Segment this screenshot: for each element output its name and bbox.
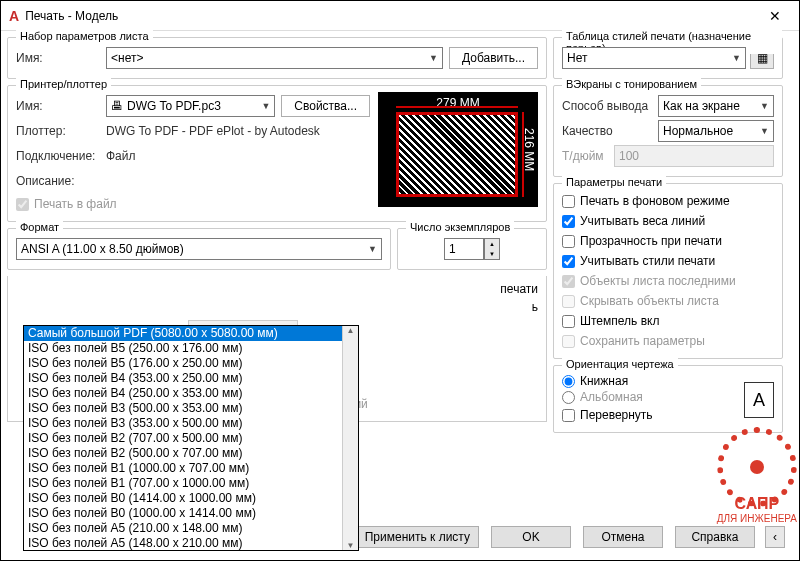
chevron-down-icon: ▼ bbox=[760, 126, 769, 136]
add-page-setup-button[interactable]: Добавить... bbox=[449, 47, 538, 69]
plot-styles-checkbox[interactable] bbox=[562, 255, 575, 268]
title-bar: A Печать - Модель ✕ bbox=[1, 1, 799, 31]
paper-size-combo[interactable]: ANSI A (11.00 x 8.50 дюймов)▼ bbox=[16, 238, 382, 260]
print-to-file-checkbox bbox=[16, 198, 29, 211]
chevron-down-icon: ▼ bbox=[261, 101, 270, 111]
shaded-viewport-group: ВЭкраны с тонированием Способ вывода Как… bbox=[553, 85, 783, 177]
window-title: Печать - Модель bbox=[25, 9, 759, 23]
expand-collapse-button[interactable]: ‹ bbox=[765, 526, 785, 548]
print-to-file-label: Печать в файл bbox=[34, 197, 117, 211]
page-setup-name-combo[interactable]: <нет>▼ bbox=[106, 47, 443, 69]
plotter-value: DWG To PDF - PDF ePlot - by Autodesk bbox=[106, 124, 320, 138]
paper-size-option[interactable]: ISO без полей B2 (707.00 x 500.00 мм) bbox=[24, 431, 358, 446]
paper-size-option[interactable]: ISO без полей B3 (500.00 x 353.00 мм) bbox=[24, 401, 358, 416]
chevron-down-icon: ▼ bbox=[368, 244, 377, 254]
paper-size-option[interactable]: ISO без полей A5 (210.00 x 148.00 мм) bbox=[24, 521, 358, 536]
cancel-button[interactable]: Отмена bbox=[583, 526, 663, 548]
copies-group: Число экземпляров ▲▼ bbox=[397, 228, 547, 270]
plot-style-combo[interactable]: Нет▼ bbox=[562, 47, 746, 69]
chevron-down-icon: ▼ bbox=[732, 53, 741, 63]
plot-stamp-checkbox[interactable] bbox=[562, 315, 575, 328]
paperspace-last-checkbox bbox=[562, 275, 575, 288]
plot-style-group: Таблица стилей печати (назначение перьев… bbox=[553, 37, 783, 79]
quality-label: Качество bbox=[562, 124, 658, 138]
printer-group: Принтер/плоттер Имя: 🖶 DWG To PDF.pc3▼ С… bbox=[7, 85, 547, 222]
lineweights-checkbox[interactable] bbox=[562, 215, 575, 228]
page-setup-name-label: Имя: bbox=[16, 51, 106, 65]
paper-size-option[interactable]: ISO без полей B2 (500.00 x 707.00 мм) bbox=[24, 446, 358, 461]
copies-spinner[interactable]: ▲▼ bbox=[444, 238, 500, 260]
connection-label: Подключение: bbox=[16, 149, 106, 163]
chevron-down-icon: ▼ bbox=[760, 101, 769, 111]
scrollbar[interactable] bbox=[342, 326, 358, 550]
paper-size-option[interactable]: ISO без полей B5 (250.00 x 176.00 мм) bbox=[24, 341, 358, 356]
paper-size-group: Формат ANSI A (11.00 x 8.50 дюймов)▼ bbox=[7, 228, 391, 270]
paper-preview: 279 MM 216 MM bbox=[378, 92, 538, 207]
orientation-group: Ориентация чертежа Книжная Альбомная Пер… bbox=[553, 365, 783, 433]
transparency-checkbox[interactable] bbox=[562, 235, 575, 248]
spinner-down-icon[interactable]: ▼ bbox=[485, 249, 499, 259]
paper-size-option[interactable]: Самый большой PDF (5080.00 x 5080.00 мм) bbox=[24, 326, 358, 341]
hide-paperspace-checkbox bbox=[562, 295, 575, 308]
landscape-radio[interactable] bbox=[562, 391, 575, 404]
paper-size-dropdown-list[interactable]: Самый большой PDF (5080.00 x 5080.00 мм)… bbox=[23, 325, 359, 551]
plotter-label: Плоттер: bbox=[16, 124, 106, 138]
dpi-input bbox=[614, 145, 774, 167]
description-label: Описание: bbox=[16, 174, 106, 188]
help-button[interactable]: Справка bbox=[675, 526, 755, 548]
page-setup-group: Набор параметров листа Имя: <нет>▼ Добав… bbox=[7, 37, 547, 79]
close-icon[interactable]: ✕ bbox=[759, 4, 791, 28]
paper-size-option[interactable]: ISO без полей B5 (176.00 x 250.00 мм) bbox=[24, 356, 358, 371]
shade-mode-label: Способ вывода bbox=[562, 99, 658, 113]
background-plot-checkbox[interactable] bbox=[562, 195, 575, 208]
ok-button[interactable]: OK bbox=[491, 526, 571, 548]
save-changes-checkbox bbox=[562, 335, 575, 348]
chevron-left-icon: ‹ bbox=[773, 530, 777, 544]
portrait-radio[interactable] bbox=[562, 375, 575, 388]
chevron-down-icon: ▼ bbox=[429, 53, 438, 63]
quality-combo[interactable]: Нормальное▼ bbox=[658, 120, 774, 142]
printer-name-label: Имя: bbox=[16, 99, 106, 113]
dialog-footer: Применить к листу OK Отмена Справка ‹ bbox=[350, 522, 785, 552]
apply-to-layout-button[interactable]: Применить к листу bbox=[356, 526, 479, 548]
paper-size-option[interactable]: ISO без полей B3 (353.00 x 500.00 мм) bbox=[24, 416, 358, 431]
upside-down-checkbox[interactable] bbox=[562, 409, 575, 422]
paper-size-option[interactable]: ISO без полей B4 (353.00 x 250.00 мм) bbox=[24, 371, 358, 386]
paper-size-option[interactable]: ISO без полей B1 (707.00 x 1000.00 мм) bbox=[24, 476, 358, 491]
printer-icon: 🖶 bbox=[111, 99, 123, 113]
shade-mode-combo[interactable]: Как на экране▼ bbox=[658, 95, 774, 117]
printer-properties-button[interactable]: Свойства... bbox=[281, 95, 370, 117]
paper-size-option[interactable]: ISO без полей B0 (1414.00 x 1000.00 мм) bbox=[24, 491, 358, 506]
app-logo-icon: A bbox=[9, 8, 19, 24]
paper-size-option[interactable]: ISO без полей A5 (148.00 x 210.00 мм) bbox=[24, 536, 358, 551]
printer-name-combo[interactable]: 🖶 DWG To PDF.pc3▼ bbox=[106, 95, 275, 117]
copies-input[interactable] bbox=[444, 238, 484, 260]
paper-size-option[interactable]: ISO без полей B0 (1000.00 x 1414.00 мм) bbox=[24, 506, 358, 521]
paper-size-option[interactable]: ISO без полей B4 (250.00 x 353.00 мм) bbox=[24, 386, 358, 401]
connection-value: Файл bbox=[106, 149, 136, 163]
plot-options-group: Параметры печати Печать в фоновом режиме… bbox=[553, 183, 783, 359]
spinner-up-icon[interactable]: ▲ bbox=[485, 239, 499, 249]
dpi-label: Т/дюйм bbox=[562, 149, 614, 163]
paper-size-option[interactable]: ISO без полей B1 (1000.00 x 707.00 мм) bbox=[24, 461, 358, 476]
orientation-icon bbox=[744, 382, 774, 418]
